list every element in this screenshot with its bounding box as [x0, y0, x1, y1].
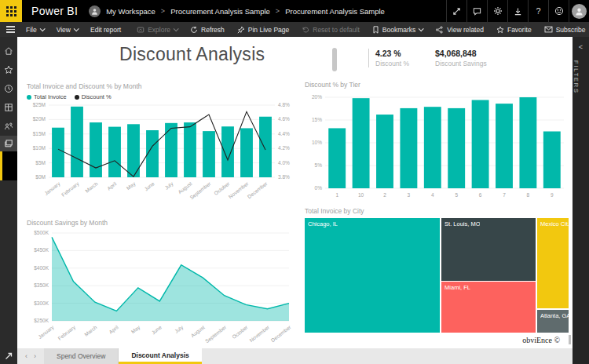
favorite-button[interactable]: Favorite	[490, 26, 538, 34]
svg-text:5: 5	[455, 192, 458, 198]
explore-menu: Explore	[130, 22, 184, 37]
visual-total-invoice-discount-by-month[interactable]: Total Invoice and Discount % by Month To…	[27, 82, 297, 204]
visual-title: Total Invoice by City	[305, 207, 569, 215]
svg-text:6: 6	[479, 192, 482, 198]
nav-apps-icon[interactable]	[0, 98, 17, 117]
file-menu[interactable]: File	[20, 22, 50, 37]
breadcrumb-workspace[interactable]: My Workspace	[106, 7, 155, 16]
chevron-down-icon	[419, 26, 424, 31]
bar-chart[interactable]: 0%5%10%15%20%11023456789	[305, 91, 570, 206]
svg-text:3: 3	[408, 192, 411, 198]
filters-panel-collapsed[interactable]: < FILTERS	[573, 37, 589, 364]
download-icon[interactable]	[507, 0, 528, 22]
next-page-arrow[interactable]: ›	[34, 352, 36, 360]
svg-text:$300K: $300K	[34, 300, 49, 306]
nav-current-workspace-selected[interactable]	[0, 151, 17, 180]
nav-recent-icon[interactable]	[0, 79, 17, 98]
svg-text:4.6%: 4.6%	[278, 116, 290, 122]
breadcrumb-separator: >	[276, 7, 280, 15]
svg-text:April: April	[106, 180, 119, 192]
svg-text:10: 10	[358, 192, 364, 198]
svg-text:January: January	[43, 180, 62, 197]
nav-workspaces-icon[interactable]	[0, 136, 17, 151]
svg-text:20%: 20%	[312, 94, 322, 100]
kpi-value: 4.23 %	[375, 49, 409, 58]
refresh-button[interactable]: Refresh	[184, 22, 231, 37]
treemap-node-mexico-cit[interactable]: Mexico Cit...	[537, 218, 569, 308]
svg-text:July: July	[174, 324, 185, 335]
kpi-label: Discount %	[375, 60, 409, 67]
obvience-credit: obviEnce ©	[522, 336, 560, 344]
svg-text:4.2%: 4.2%	[278, 145, 290, 151]
svg-text:August: August	[177, 180, 193, 195]
treemap-node-st-louis-mo[interactable]: St. Louis, MO	[441, 218, 536, 281]
help-icon[interactable]: ?	[528, 0, 548, 22]
svg-text:2: 2	[383, 192, 386, 198]
svg-text:8: 8	[527, 192, 530, 198]
slicer-scrollbar[interactable]	[332, 48, 337, 71]
svg-text:May: May	[126, 180, 137, 191]
area-chart[interactable]: $250K$300K$350K$400K$450K$500KJanuaryFeb…	[27, 228, 297, 348]
pin-icon	[237, 26, 245, 34]
svg-text:3.8%: 3.8%	[278, 174, 290, 180]
bookmarks-menu[interactable]: Bookmarks	[366, 26, 430, 34]
svg-text:February: February	[57, 324, 77, 342]
explore-icon	[137, 26, 145, 34]
svg-text:4: 4	[431, 192, 434, 198]
svg-text:5%: 5%	[315, 162, 323, 168]
breadcrumb-app[interactable]: Procurement Analysis Sample	[170, 7, 270, 16]
svg-text:$350K: $350K	[34, 282, 49, 288]
treemap-node-chicago-il[interactable]: Chicago, IL	[305, 218, 440, 333]
subscribe-button[interactable]: Subscribe	[538, 26, 589, 34]
treemap-node-label: Mexico Cit...	[540, 220, 569, 228]
svg-text:4.4%: 4.4%	[278, 131, 290, 136]
nav-favorites-icon[interactable]	[0, 60, 17, 79]
kpi-discount-savings[interactable]: $4,068,848 Discount Savings	[435, 49, 487, 67]
star-icon	[496, 26, 504, 34]
comments-icon[interactable]	[466, 0, 487, 22]
pin-live-page-button[interactable]: Pin Live Page	[231, 22, 295, 37]
visual-discount-by-tier[interactable]: Discount % by Tier 0%5%10%15%20%11023456…	[305, 81, 570, 206]
settings-gear-icon[interactable]	[487, 0, 507, 22]
visual-discount-savings-by-month[interactable]: Discount Savings by Month $250K$300K$350…	[27, 219, 297, 348]
account-avatar[interactable]	[569, 0, 589, 22]
canvas-scrollbar[interactable]	[569, 335, 571, 344]
filters-expand-chevron-icon[interactable]: <	[573, 43, 589, 51]
page-title: Discount Analysis	[119, 44, 265, 65]
workspace-avatar	[89, 5, 101, 17]
app-launcher-waffle-icon[interactable]	[0, 0, 22, 22]
view-menu[interactable]: View	[50, 22, 84, 37]
kpi-discount-percent[interactable]: 4.23 % Discount %	[368, 49, 409, 67]
visual-title: Total Invoice and Discount % by Month	[27, 82, 297, 90]
fullscreen-icon[interactable]	[446, 0, 466, 22]
tab-spend-overview[interactable]: Spend Overview	[44, 348, 119, 364]
nav-home-icon[interactable]	[0, 42, 17, 60]
treemap-node-miami-fl[interactable]: Miami, FL	[441, 282, 536, 333]
svg-text:February: February	[60, 180, 81, 198]
feedback-smiley-icon[interactable]	[548, 0, 569, 22]
legend-dot	[27, 95, 31, 100]
svg-text:7: 7	[503, 192, 506, 198]
svg-text:15%: 15%	[312, 117, 322, 122]
svg-text:$400K: $400K	[34, 265, 49, 271]
view-related-button[interactable]: View related	[429, 26, 490, 34]
edit-report-button[interactable]: Edit report	[84, 22, 127, 37]
treemap-node-atlanta-ga[interactable]: Atlanta, GA	[537, 310, 569, 333]
breadcrumb-report[interactable]: Procurement Analysis Sample	[285, 7, 385, 16]
nav-shared-with-me-icon[interactable]	[0, 117, 17, 136]
combo-bar-line-chart[interactable]: $0M3.8%$5M4.0%$10M4.2%$15M4.4%$20M4.6%$2…	[27, 100, 297, 204]
visual-total-invoice-by-city[interactable]: Total Invoice by City Chicago, ILSt. Lou…	[305, 207, 569, 333]
collapse-nav-arrow-icon[interactable]	[0, 351, 17, 361]
svg-text:August: August	[190, 324, 207, 339]
prev-page-arrow[interactable]: ‹	[25, 352, 27, 360]
page-tab-bar: ‹ › Spend Overview Discount Analysis	[17, 348, 573, 364]
treemap-chart[interactable]: Chicago, ILSt. Louis, MOMiami, FLMexico …	[305, 218, 569, 333]
nav-menu-icon[interactable]	[6, 26, 15, 33]
app-logo[interactable]: Power BI	[22, 0, 89, 22]
report-canvas: Discount Analysis 4.23 % Discount % $4,0…	[17, 37, 573, 348]
header-actions: ?	[446, 0, 589, 22]
svg-text:March: March	[84, 180, 99, 194]
svg-text:June: June	[150, 324, 163, 335]
svg-text:$20M: $20M	[33, 116, 46, 122]
tab-discount-analysis[interactable]: Discount Analysis	[119, 348, 201, 364]
